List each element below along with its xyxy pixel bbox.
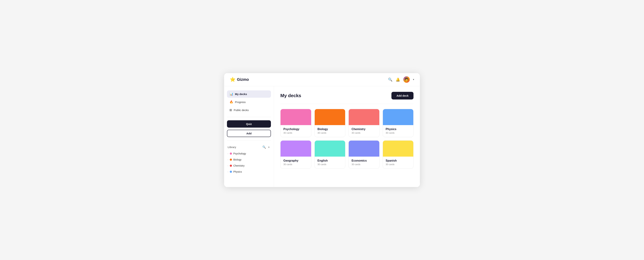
deck-card-physics[interactable]: Physics 30 cards bbox=[383, 109, 414, 137]
header-right: 🔍 🔔 🧑 ▾ bbox=[388, 76, 414, 83]
add-button[interactable]: Add bbox=[227, 130, 271, 137]
sidebar-item-label-public-decks: Public decks bbox=[234, 108, 249, 112]
body: 📊 My decks 🔥 Progress ⊞ Public decks Qui… bbox=[224, 86, 420, 187]
deck-count-geography: 30 cards bbox=[283, 163, 308, 166]
chevron-right-icon: › bbox=[228, 158, 228, 161]
library-item-label-physics: Physics bbox=[233, 170, 242, 173]
avatar[interactable]: 🧑 bbox=[403, 76, 410, 83]
deck-info-english: English 30 cards bbox=[315, 156, 345, 168]
logo-star-icon: ⭐ bbox=[230, 77, 236, 82]
deck-color-bar-physics bbox=[383, 109, 414, 125]
chevron-down-icon[interactable]: ▾ bbox=[413, 78, 414, 81]
notification-icon[interactable]: 🔔 bbox=[396, 78, 400, 82]
deck-info-spanish: Spanish 30 cards bbox=[383, 156, 414, 168]
psychology-dot-icon bbox=[230, 152, 232, 155]
sidebar-item-public-decks[interactable]: ⊞ Public decks bbox=[227, 106, 271, 114]
library-item-physics[interactable]: › Physics bbox=[227, 169, 271, 174]
sidebar-item-label-progress: Progress bbox=[235, 100, 246, 104]
deck-card-biology[interactable]: Biology 30 cards bbox=[314, 109, 346, 137]
library-add-icon[interactable]: ＋ bbox=[267, 146, 270, 149]
deck-card-psychology[interactable]: Psychology 30 cards bbox=[280, 109, 311, 137]
sidebar: 📊 My decks 🔥 Progress ⊞ Public decks Qui… bbox=[224, 86, 274, 187]
deck-count-economics: 30 cards bbox=[352, 163, 376, 166]
deck-info-geography: Geography 30 cards bbox=[280, 156, 311, 168]
deck-card-geography[interactable]: Geography 30 cards bbox=[280, 140, 311, 169]
library-item-label-chemistry: Chemistry bbox=[233, 164, 244, 167]
decks-grid: Psychology 30 cards Biology 30 cards Che… bbox=[280, 109, 414, 169]
chemistry-dot-icon bbox=[230, 164, 232, 167]
physics-dot-icon bbox=[230, 171, 232, 173]
library-item-chemistry[interactable]: › Chemistry bbox=[227, 163, 271, 168]
library-label: Library bbox=[228, 146, 236, 148]
deck-count-psychology: 30 cards bbox=[283, 132, 308, 134]
deck-color-bar-economics bbox=[349, 140, 379, 156]
deck-info-biology: Biology 30 cards bbox=[315, 125, 345, 137]
deck-count-english: 30 cards bbox=[318, 163, 342, 166]
chevron-right-icon: › bbox=[228, 171, 228, 173]
biology-dot-icon bbox=[230, 158, 232, 161]
chevron-right-icon: › bbox=[228, 164, 228, 167]
add-deck-button[interactable]: Add deck bbox=[392, 92, 414, 100]
main-divider bbox=[280, 104, 414, 104]
app-window: ⭐ Gizmo 🔍 🔔 🧑 ▾ 📊 My decks 🔥 Progress ⊞ bbox=[224, 73, 420, 187]
public-decks-icon: ⊞ bbox=[230, 108, 232, 112]
deck-color-bar-english bbox=[315, 140, 345, 156]
deck-count-physics: 30 cards bbox=[386, 132, 411, 134]
sidebar-item-my-decks[interactable]: 📊 My decks bbox=[227, 90, 271, 98]
deck-card-spanish[interactable]: Spanish 30 cards bbox=[383, 140, 414, 169]
my-decks-icon: 📊 bbox=[230, 92, 233, 96]
library-search-icon[interactable]: 🔍 bbox=[262, 146, 266, 149]
main-header: My decks Add deck bbox=[280, 92, 414, 100]
deck-name-chemistry: Chemistry bbox=[352, 128, 376, 131]
library-item-label-biology: Biology bbox=[233, 158, 242, 161]
quiz-button[interactable]: Quiz bbox=[227, 120, 271, 128]
library-item-label-psychology: Psychology bbox=[233, 152, 246, 155]
logo-text: Gizmo bbox=[237, 77, 249, 82]
page-title: My decks bbox=[280, 93, 301, 98]
deck-name-psychology: Psychology bbox=[283, 128, 308, 131]
deck-card-english[interactable]: English 30 cards bbox=[314, 140, 346, 169]
deck-color-bar-psychology bbox=[280, 109, 311, 125]
deck-info-chemistry: Chemistry 30 cards bbox=[349, 125, 379, 137]
deck-name-economics: Economics bbox=[352, 159, 376, 162]
deck-count-biology: 30 cards bbox=[318, 132, 342, 134]
deck-name-physics: Physics bbox=[386, 128, 411, 131]
chevron-right-icon: › bbox=[228, 152, 228, 155]
library-item-psychology[interactable]: › Psychology bbox=[227, 151, 271, 156]
logo: ⭐ Gizmo bbox=[230, 77, 249, 82]
library-item-biology[interactable]: › Biology bbox=[227, 157, 271, 162]
deck-name-biology: Biology bbox=[318, 128, 342, 131]
deck-count-spanish: 30 cards bbox=[386, 163, 411, 166]
deck-name-geography: Geography bbox=[283, 159, 308, 162]
sidebar-item-label-my-decks: My decks bbox=[235, 92, 247, 96]
deck-info-economics: Economics 30 cards bbox=[349, 156, 379, 168]
deck-info-physics: Physics 30 cards bbox=[383, 125, 414, 137]
sidebar-divider-2 bbox=[227, 140, 271, 140]
deck-color-bar-spanish bbox=[383, 140, 414, 156]
deck-card-economics[interactable]: Economics 30 cards bbox=[348, 140, 380, 169]
header: ⭐ Gizmo 🔍 🔔 🧑 ▾ bbox=[224, 73, 420, 86]
deck-color-bar-biology bbox=[315, 109, 345, 125]
progress-icon: 🔥 bbox=[230, 100, 233, 104]
deck-name-spanish: Spanish bbox=[386, 159, 411, 162]
library-header-actions: 🔍 ＋ bbox=[262, 146, 270, 149]
deck-color-bar-geography bbox=[280, 140, 311, 156]
library-header: Library 🔍 ＋ bbox=[227, 144, 271, 150]
deck-card-chemistry[interactable]: Chemistry 30 cards bbox=[348, 109, 380, 137]
sidebar-item-progress[interactable]: 🔥 Progress bbox=[227, 98, 271, 106]
main-content: My decks Add deck Psychology 30 cards Bi… bbox=[274, 86, 420, 187]
search-icon[interactable]: 🔍 bbox=[388, 78, 392, 82]
deck-name-english: English bbox=[318, 159, 342, 162]
deck-count-chemistry: 30 cards bbox=[352, 132, 376, 134]
deck-info-psychology: Psychology 30 cards bbox=[280, 125, 311, 137]
deck-color-bar-chemistry bbox=[349, 109, 379, 125]
